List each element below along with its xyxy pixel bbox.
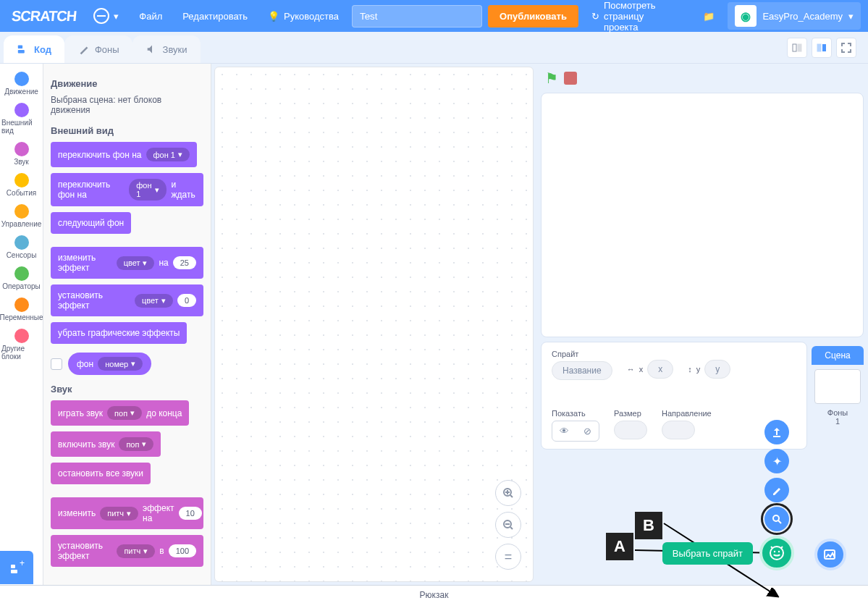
motion-note: Выбрана сцена: нет блоков движения — [51, 95, 203, 115]
block-categories: ДвижениеВнешний видЗвукСобытияУправление… — [0, 64, 43, 585]
backdrop-thumbnail[interactable] — [814, 369, 861, 404]
category-Внешний вид[interactable]: Внешний вид — [0, 99, 43, 138]
category-dot — [14, 142, 29, 156]
sprite-label: Спрайт — [552, 350, 612, 358]
category-label: Движение — [4, 88, 38, 96]
category-События[interactable]: События — [0, 169, 43, 201]
svg-rect-5 — [822, 44, 826, 51]
category-dot — [14, 72, 29, 86]
upload-sprite-button[interactable] — [764, 420, 789, 444]
tab-code[interactable]: Код — [4, 35, 64, 63]
category-label: Переменные — [0, 313, 43, 321]
sound-heading: Звук — [51, 384, 203, 395]
category-label: Звук — [14, 158, 29, 166]
sprite-y-input[interactable]: y — [704, 360, 730, 379]
zoom-out-button[interactable] — [495, 512, 521, 538]
svg-rect-16 — [11, 565, 15, 568]
stage-large-button[interactable] — [812, 38, 832, 58]
sprite-size-input[interactable] — [614, 421, 647, 439]
category-dot — [14, 204, 29, 219]
add-extension-button[interactable]: + — [0, 551, 33, 584]
block-set-effect[interactable]: установить эффектцвет ▾0 — [51, 284, 203, 316]
scratch-logo[interactable]: SCRATCH — [7, 7, 82, 26]
editor-tabs: Код Фоны Звуки — [0, 32, 868, 64]
stage-small-button[interactable] — [787, 38, 807, 58]
category-Управление[interactable]: Управление — [0, 201, 43, 232]
motion-heading: Движение — [51, 78, 203, 89]
search-sprite-button[interactable] — [764, 507, 789, 531]
category-Движение[interactable]: Движение — [0, 68, 43, 99]
code-workspace[interactable]: = — [214, 67, 534, 582]
looks-heading: Внешний вид — [51, 125, 203, 136]
folder-button[interactable]: 📁 — [696, 7, 722, 26]
svg-point-11 — [773, 515, 779, 521]
category-Звук[interactable]: Звук — [0, 138, 43, 169]
chevron-down-icon: ▾ — [848, 11, 854, 22]
category-dot — [14, 235, 29, 250]
sprite-name-input[interactable]: Название — [552, 361, 612, 380]
category-label: Внешний вид — [1, 119, 41, 135]
category-Операторы[interactable]: Операторы — [0, 263, 43, 294]
sprite-x-input[interactable]: x — [647, 360, 673, 379]
globe-icon — [93, 8, 109, 24]
block-backdrop-reporter[interactable]: фонномер ▾ — [68, 353, 151, 375]
block-change-effect[interactable]: изменить эффектцвет ▾на25 — [51, 247, 203, 279]
zoom-in-button[interactable] — [495, 480, 521, 506]
paintbrush-icon — [77, 43, 90, 56]
editor-main: ДвижениеВнешний видЗвукСобытияУправление… — [0, 64, 868, 585]
refresh-icon: ↻ — [591, 11, 599, 22]
category-dot — [14, 103, 29, 117]
stage-selector[interactable]: Сцена Фоны 1 — [812, 346, 864, 578]
block-play-sound-until-done[interactable]: играть звукпоп ▾до конца — [51, 400, 189, 426]
paint-sprite-button[interactable] — [764, 478, 789, 502]
svg-rect-10 — [773, 436, 780, 437]
svg-point-13 — [774, 551, 775, 552]
choose-sprite-tooltip: Выбрать спрайт — [662, 542, 753, 565]
block-clear-effects[interactable]: убрать графические эффекты — [51, 322, 187, 344]
category-dot — [14, 173, 29, 187]
svg-rect-1 — [18, 50, 25, 54]
backdrops-label: Фоны — [812, 408, 864, 417]
annotation-a: A — [606, 533, 633, 560]
green-flag-button[interactable]: ⚑ — [545, 69, 558, 87]
category-Сенсоры[interactable]: Сенсоры — [0, 232, 43, 263]
eye-hide-icon: ⊘ — [576, 421, 599, 441]
sound-icon — [146, 43, 159, 56]
block-palette: Движение Выбрана сцена: нет блоков движе… — [43, 64, 211, 585]
block-switch-backdrop[interactable]: переключить фон нафон 1 ▾ — [51, 142, 197, 167]
block-set-pitch-effect[interactable]: установить эффектпитч ▾в100 — [51, 535, 203, 567]
file-menu[interactable]: Файл — [132, 7, 169, 26]
tab-sounds[interactable]: Звуки — [132, 35, 201, 63]
block-switch-backdrop-wait[interactable]: переключить фон нафон 1 ▾и ждать — [51, 173, 203, 206]
edit-menu[interactable]: Редактировать — [175, 7, 255, 26]
tab-backdrops[interactable]: Фоны — [64, 35, 132, 63]
stage-fullscreen-button[interactable] — [836, 38, 856, 58]
folder-icon: 📁 — [703, 11, 715, 22]
project-title-input[interactable] — [352, 5, 482, 28]
username: EasyPro_Academy — [762, 11, 843, 22]
block-start-sound[interactable]: включить звукпоп ▾ — [51, 431, 161, 457]
share-button[interactable]: Опубликовать — [488, 5, 578, 28]
see-project-page-button[interactable]: ↻Посмотреть страницу проекта — [584, 0, 685, 37]
account-menu[interactable]: ◉ EasyPro_Academy ▾ — [728, 2, 861, 30]
category-Переменные[interactable]: Переменные — [0, 294, 43, 325]
backdrop-reporter-checkbox[interactable] — [51, 358, 62, 370]
stage[interactable] — [541, 93, 864, 337]
sprite-visibility-toggle[interactable]: 👁⊘ — [552, 421, 599, 442]
svg-rect-2 — [793, 44, 796, 51]
code-icon — [17, 43, 30, 56]
block-next-backdrop[interactable]: следующий фон — [51, 212, 131, 234]
surprise-sprite-button[interactable]: ✦ — [764, 449, 789, 473]
annotation-b: B — [635, 512, 662, 539]
zoom-reset-button[interactable]: = — [495, 544, 521, 570]
category-Другие блоки[interactable]: Другие блоки — [0, 325, 43, 364]
choose-backdrop-button[interactable] — [814, 539, 846, 570]
block-change-pitch-effect[interactable]: изменитьпитч ▾эффект на10 — [51, 497, 203, 529]
category-label: Операторы — [2, 282, 40, 290]
sprite-direction-input[interactable] — [662, 421, 695, 439]
choose-sprite-button[interactable] — [759, 536, 794, 570]
language-menu[interactable]: ▾ — [86, 4, 126, 28]
tutorials-button[interactable]: 💡Руководства — [261, 7, 346, 26]
stop-button[interactable] — [564, 72, 577, 85]
block-stop-all-sounds[interactable]: остановить все звуки — [51, 463, 151, 484]
